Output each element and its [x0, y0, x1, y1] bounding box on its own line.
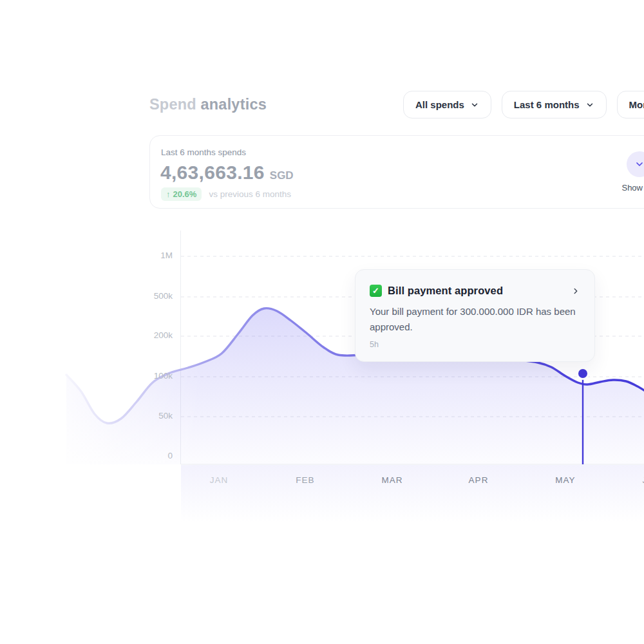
x-tick-label-may: MAY	[555, 475, 575, 485]
page-title-light: Spend	[149, 96, 196, 113]
summary-currency: SGD	[270, 169, 294, 182]
filter-label: Last 6 months	[514, 99, 580, 110]
chevron-right-icon[interactable]	[571, 287, 580, 296]
x-tick-label-jan: JAN	[210, 475, 229, 485]
chevron-down-icon	[585, 100, 594, 109]
filter-label: All spends	[415, 99, 464, 110]
filter-granularity[interactable]: Monthly	[617, 91, 644, 118]
x-tick-label-feb: FEB	[296, 475, 314, 485]
notification-time: 5h	[370, 340, 580, 349]
filter-label: Monthly	[629, 99, 644, 110]
summary-label: Last 6 months spends	[161, 147, 246, 157]
notification-title: Bill payment approved	[388, 285, 503, 297]
summary-amount-row: 4,63,663.16 SGD	[160, 162, 294, 184]
y-tick-label: 500k	[122, 291, 173, 301]
x-tick-label-mar: MAR	[382, 475, 403, 485]
y-tick-label: 100k	[122, 371, 173, 381]
marker-dot[interactable]	[578, 368, 589, 379]
change-value: 20.6%	[173, 189, 197, 199]
approved-check-icon: ✓	[370, 285, 382, 297]
filter-all-spends[interactable]: All spends	[403, 91, 491, 118]
y-tick-label: 0	[122, 451, 173, 460]
up-arrow-icon: ↑	[166, 189, 171, 199]
x-tick-label-apr: APR	[469, 475, 489, 485]
filter-date-range[interactable]: Last 6 months	[502, 91, 607, 118]
check-glyph: ✓	[372, 286, 379, 296]
summary-meta: ↑ 20.6% vs previous 6 months	[161, 187, 291, 201]
chevron-down-icon	[634, 159, 644, 169]
y-tick-label: 1M	[122, 251, 173, 260]
summary-card: Last 6 months spends 4,63,663.16 SGD ↑ 2…	[149, 135, 644, 209]
comparison-label: vs previous 6 months	[209, 189, 291, 199]
notification-header: ✓ Bill payment approved	[370, 285, 580, 297]
summary-amount: 4,63,663.16	[160, 162, 265, 184]
filter-bar: All spendsLast 6 monthsMonthly	[403, 91, 644, 118]
spend-analytics-page: Spend analytics All spendsLast 6 monthsM…	[0, 0, 644, 644]
left-fade-overlay	[58, 229, 201, 466]
show-label[interactable]: Show	[604, 183, 643, 193]
chevron-down-icon	[470, 100, 479, 109]
notification-card[interactable]: ✓ Bill payment approved Your bill paymen…	[355, 269, 595, 362]
y-tick-label: 200k	[122, 330, 173, 340]
page-title: Spend analytics	[149, 96, 267, 113]
notification-body: Your bill payment for 300.000.000 IDR ha…	[370, 304, 589, 336]
chart-bottom-glow	[181, 465, 644, 523]
change-badge: ↑ 20.6%	[161, 187, 202, 201]
y-tick-label: 50k	[122, 411, 173, 421]
page-title-dark: analytics	[201, 96, 267, 113]
